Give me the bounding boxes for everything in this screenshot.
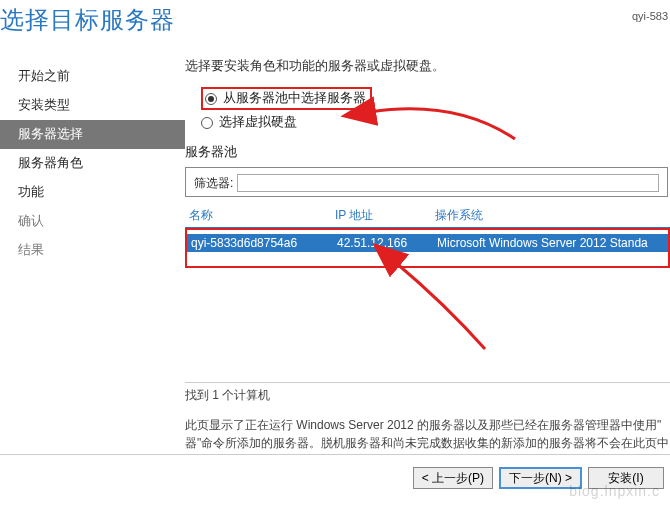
cell-ip: 42.51.12.166 [337, 236, 437, 250]
table-header: 名称 IP 地址 操作系统 [185, 207, 670, 228]
found-count: 找到 1 个计算机 [185, 382, 670, 404]
cell-name: qyi-5833d6d8754a6 [187, 236, 337, 250]
server-pool-title: 服务器池 [185, 143, 670, 161]
main-panel: 选择要安装角色和功能的服务器或虚拟硬盘。 从服务器池中选择服务器 选择虚拟硬盘 … [185, 44, 670, 454]
radio-vhd-label: 选择虚拟硬盘 [219, 114, 297, 131]
step-server-selection[interactable]: 服务器选择 [0, 120, 185, 149]
description-text: 此页显示了正在运行 Windows Server 2012 的服务器以及那些已经… [185, 416, 670, 452]
server-table: 名称 IP 地址 操作系统 qyi-5833d6d8754a6 42.51.12… [185, 207, 670, 268]
table-row[interactable]: qyi-5833d6d8754a6 42.51.12.166 Microsoft… [187, 234, 668, 252]
step-confirmation: 确认 [0, 207, 185, 236]
radio-row-vhd[interactable]: 选择虚拟硬盘 [201, 114, 670, 131]
radio-pool-icon[interactable] [205, 93, 217, 105]
target-server-label: qyi-583 [632, 10, 668, 22]
step-results: 结果 [0, 236, 185, 265]
step-before-you-begin[interactable]: 开始之前 [0, 62, 185, 91]
watermark: blog.lnpxin.c [569, 483, 660, 499]
radio-row-pool[interactable]: 从服务器池中选择服务器 [201, 87, 670, 110]
radio-vhd-icon[interactable] [201, 117, 213, 129]
filter-box: 筛选器: [185, 167, 668, 197]
step-features[interactable]: 功能 [0, 178, 185, 207]
col-name[interactable]: 名称 [185, 207, 335, 224]
step-server-roles[interactable]: 服务器角色 [0, 149, 185, 178]
source-radio-group: 从服务器池中选择服务器 选择虚拟硬盘 [201, 87, 670, 131]
cell-os: Microsoft Windows Server 2012 Standa [437, 236, 668, 250]
wizard-body: 开始之前 安装类型 服务器选择 服务器角色 功能 确认 结果 选择要安装角色和功… [0, 44, 670, 454]
radio-pool-label: 从服务器池中选择服务器 [223, 90, 366, 107]
wizard-header: 选择目标服务器 qyi-583 [0, 0, 670, 44]
filter-label: 筛选器: [194, 175, 233, 192]
step-installation-type[interactable]: 安装类型 [0, 91, 185, 120]
col-ip[interactable]: IP 地址 [335, 207, 435, 224]
prev-button[interactable]: < 上一步(P) [413, 467, 493, 489]
page-title: 选择目标服务器 [0, 4, 175, 36]
filter-input[interactable] [237, 174, 659, 192]
wizard-sidebar: 开始之前 安装类型 服务器选择 服务器角色 功能 确认 结果 [0, 44, 185, 454]
col-os[interactable]: 操作系统 [435, 207, 670, 224]
instruction-text: 选择要安装角色和功能的服务器或虚拟硬盘。 [185, 58, 670, 75]
